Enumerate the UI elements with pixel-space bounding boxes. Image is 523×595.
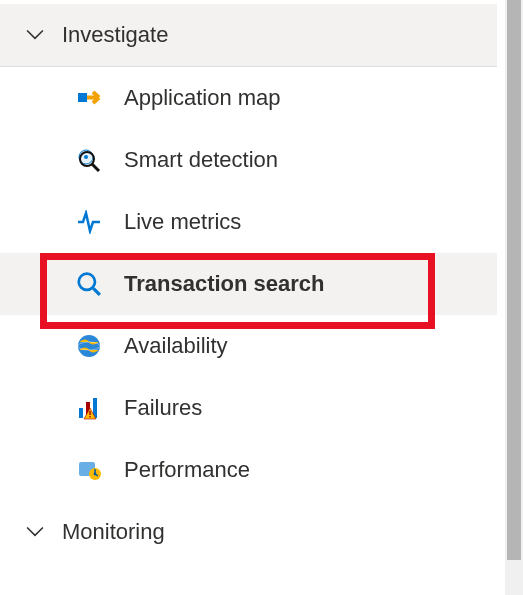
nav-item-application-map[interactable]: Application map [0,67,497,129]
live-metrics-icon [76,209,102,235]
performance-icon [76,457,102,483]
section-label: Monitoring [62,519,165,545]
search-icon [76,271,102,297]
nav-item-label: Live metrics [124,209,241,235]
section-label: Investigate [62,22,168,48]
chevron-down-icon [26,523,44,541]
nav-item-smart-detection[interactable]: Smart detection [0,129,497,191]
nav-item-label: Failures [124,395,202,421]
svg-rect-9 [79,408,83,418]
vertical-scrollbar[interactable] [505,0,523,595]
availability-icon [76,333,102,359]
nav-item-label: Smart detection [124,147,278,173]
svg-rect-13 [89,416,90,417]
svg-line-4 [92,164,99,171]
nav-item-label: Availability [124,333,228,359]
nav-item-performance[interactable]: Performance [0,439,497,501]
nav-item-label: Transaction search [124,271,325,297]
nav-item-live-metrics[interactable]: Live metrics [0,191,497,253]
svg-line-6 [93,288,100,295]
application-map-icon [76,85,102,111]
svg-point-7 [78,335,100,357]
svg-point-5 [79,274,95,290]
svg-point-2 [84,155,88,159]
svg-point-16 [94,473,97,476]
nav-item-availability[interactable]: Availability [0,315,497,377]
svg-rect-0 [78,93,87,102]
smart-detection-icon [76,147,102,173]
nav-item-label: Performance [124,457,250,483]
nav-item-label: Application map [124,85,281,111]
svg-rect-12 [89,411,90,415]
scrollbar-thumb[interactable] [507,0,521,560]
nav-item-failures[interactable]: Failures [0,377,497,439]
section-header-investigate[interactable]: Investigate [0,4,497,67]
failures-icon [76,395,102,421]
chevron-down-icon [26,26,44,44]
nav-item-transaction-search[interactable]: Transaction search [0,253,497,315]
sidebar-nav: Investigate Application map Smart detect… [0,0,497,563]
section-header-monitoring[interactable]: Monitoring [0,501,497,563]
